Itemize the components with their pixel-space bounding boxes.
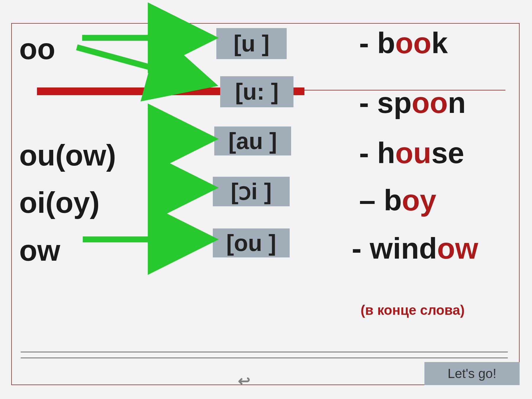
arrows: [0, 0, 532, 399]
separator: [21, 358, 508, 358]
lets-go-button[interactable]: Let's go!: [424, 362, 520, 385]
separator: [21, 352, 508, 352]
return-icon[interactable]: ↩: [238, 372, 250, 390]
arrow-icon: [77, 47, 207, 83]
note-end-of-word: (в конце слова): [361, 302, 465, 318]
